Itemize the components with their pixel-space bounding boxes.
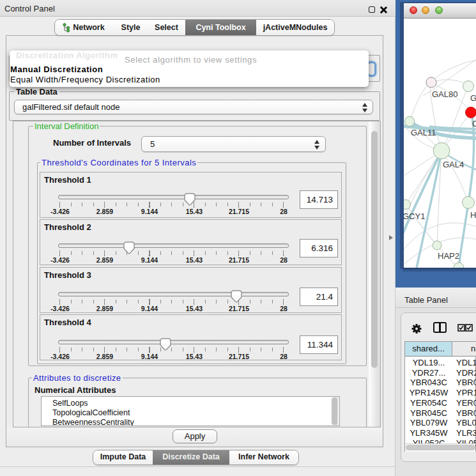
svg-text:HAP2: HAP2 — [438, 251, 459, 261]
svg-text:GAL80: GAL80 — [432, 89, 457, 99]
svg-text:GCY1: GCY1 — [404, 211, 425, 221]
svg-text:G: G — [470, 93, 476, 103]
svg-text:C: C — [472, 119, 476, 128]
svg-text:H: H — [470, 210, 476, 220]
svg-text:GAL4: GAL4 — [443, 160, 464, 169]
svg-text:GAL11: GAL11 — [411, 128, 436, 137]
